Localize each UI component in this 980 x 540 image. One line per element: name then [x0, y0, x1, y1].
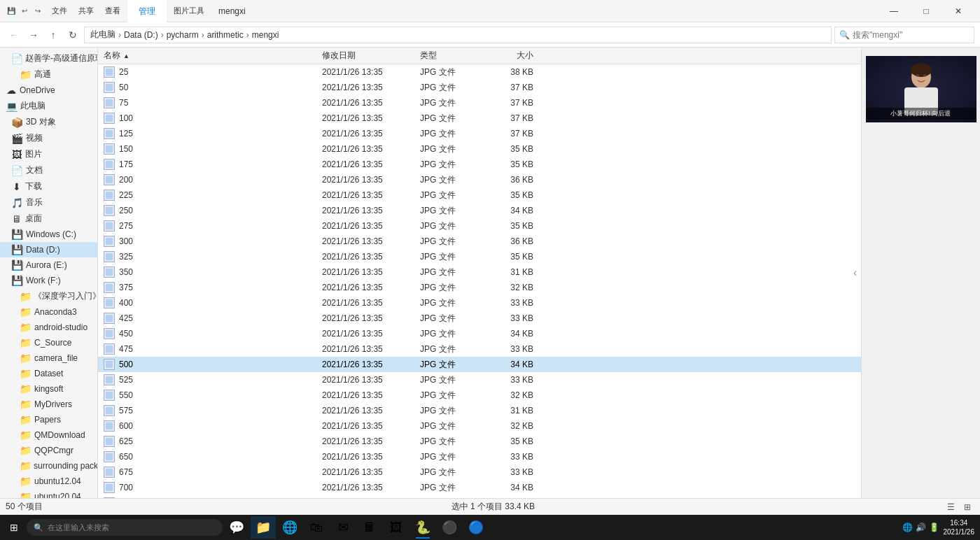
taskbar-app-store[interactable]: 🛍: [304, 516, 329, 539]
table-row[interactable]: 425 2021/1/26 13:35 JPG 文件 33 KB: [98, 311, 861, 326]
view-grid-button[interactable]: ⊞: [960, 500, 974, 514]
tab-share[interactable]: 共享: [74, 4, 98, 17]
sidebar-item-0[interactable]: 📄赵善学-高级通信原理...: [0, 50, 97, 66]
view-list-button[interactable]: ☰: [944, 500, 958, 514]
sidebar-item-25[interactable]: 📁QQPCmgr: [0, 443, 97, 458]
tab-file[interactable]: 文件: [48, 4, 71, 17]
table-row[interactable]: 650 2021/1/26 13:35 JPG 文件 33 KB: [98, 449, 861, 464]
table-row[interactable]: 400 2021/1/26 13:35 JPG 文件 33 KB: [98, 295, 861, 311]
taskbar-app-pycharm[interactable]: 🐍: [410, 516, 435, 539]
taskbar-app-edge[interactable]: 🌐: [277, 516, 302, 539]
table-row[interactable]: 600 2021/1/26 13:35 JPG 文件 32 KB: [98, 418, 861, 434]
tray-volume-icon[interactable]: 🔊: [916, 523, 926, 532]
sidebar-item-26[interactable]: 📁surrounding packag...: [0, 458, 97, 474]
tab-manage[interactable]: 管理: [127, 0, 167, 24]
table-row[interactable]: 675 2021/1/26 13:35 JPG 文件 33 KB: [98, 464, 861, 480]
taskbar-search[interactable]: 🔍 在这里输入来搜索: [27, 519, 223, 536]
table-row[interactable]: 625 2021/1/26 13:35 JPG 文件 35 KB: [98, 434, 861, 449]
sidebar-item-9[interactable]: 🎵音乐: [0, 194, 97, 211]
maximize-button[interactable]: □: [910, 0, 942, 22]
table-row[interactable]: 225 2021/1/26 13:35 JPG 文件 35 KB: [98, 187, 861, 203]
taskbar-app-terminal[interactable]: ⚫: [437, 516, 462, 539]
table-row[interactable]: 525 2021/1/26 13:35 JPG 文件 33 KB: [98, 372, 861, 388]
redo-icon[interactable]: ↪: [32, 6, 43, 17]
sidebar-item-16[interactable]: 📁Anaconda3: [0, 304, 97, 320]
sidebar-item-6[interactable]: 🖼图片: [0, 146, 97, 162]
table-row[interactable]: 200 2021/1/26 13:35 JPG 文件 36 KB: [98, 172, 861, 187]
close-button[interactable]: ✕: [942, 0, 974, 22]
tab-picture-tools[interactable]: 图片工具: [169, 4, 209, 17]
search-box[interactable]: 🔍: [834, 27, 974, 43]
table-row[interactable]: 125 2021/1/26 13:35 JPG 文件 37 KB: [98, 126, 861, 141]
sidebar-item-3[interactable]: 💻此电脑: [0, 98, 97, 114]
sidebar-item-12[interactable]: 💾Data (D:): [0, 242, 97, 257]
table-row[interactable]: 75 2021/1/26 13:35 JPG 文件 37 KB: [98, 95, 861, 111]
path-part-pc[interactable]: 此电脑: [90, 29, 115, 41]
table-row[interactable]: 725 2021/1/26 13:35 JPG 文件 34 KB: [98, 495, 861, 498]
sidebar-item-19[interactable]: 📁camera_file: [0, 350, 97, 366]
sidebar-item-20[interactable]: 📁Dataset: [0, 366, 97, 381]
path-part-arithmetic[interactable]: arithmetic: [207, 30, 244, 40]
col-header-name[interactable]: 名称 ▲: [98, 50, 322, 62]
table-row[interactable]: 500 2021/1/26 13:35 JPG 文件 34 KB: [98, 357, 861, 372]
sidebar-item-27[interactable]: 📁ubuntu12.04: [0, 474, 97, 489]
tray-battery-icon[interactable]: 🔋: [929, 523, 939, 532]
table-row[interactable]: 175 2021/1/26 13:35 JPG 文件 35 KB: [98, 157, 861, 172]
taskbar-app-mail[interactable]: ✉: [330, 516, 356, 539]
col-header-date[interactable]: 修改日期: [322, 50, 420, 62]
col-header-size[interactable]: 大小: [483, 50, 539, 62]
save-icon[interactable]: 💾: [6, 6, 17, 17]
table-row[interactable]: 275 2021/1/26 13:35 JPG 文件 35 KB: [98, 218, 861, 234]
sidebar-item-1[interactable]: 📁高通: [0, 66, 97, 83]
taskbar-app-photos[interactable]: 🖼: [384, 516, 409, 539]
taskbar-app-cortana[interactable]: 💬: [224, 516, 249, 539]
up-button[interactable]: ↑: [45, 27, 62, 43]
sidebar-item-2[interactable]: ☁OneDrive: [0, 83, 97, 98]
tab-view[interactable]: 查看: [101, 4, 125, 17]
taskbar-app-browser[interactable]: 🔵: [463, 516, 489, 539]
taskbar-app-explorer[interactable]: 📁: [251, 516, 276, 539]
collapse-arrow[interactable]: ‹: [853, 267, 857, 279]
sidebar-item-23[interactable]: 📁Papers: [0, 412, 97, 427]
sidebar-item-18[interactable]: 📁C_Source: [0, 335, 97, 350]
table-row[interactable]: 575 2021/1/26 13:35 JPG 文件 31 KB: [98, 403, 861, 418]
sidebar-item-13[interactable]: 💾Aurora (E:): [0, 257, 97, 273]
path-part-mengxi[interactable]: mengxi: [252, 30, 279, 40]
path-part-pycharm[interactable]: pycharm: [167, 30, 199, 40]
system-clock[interactable]: 16:34 2021/1/26: [944, 518, 975, 537]
taskbar-app-calculator[interactable]: 🖩: [357, 516, 382, 539]
table-row[interactable]: 450 2021/1/26 13:35 JPG 文件 34 KB: [98, 326, 861, 341]
path-part-data[interactable]: Data (D:): [124, 30, 158, 40]
sidebar-item-10[interactable]: 🖥桌面: [0, 211, 97, 227]
forward-button[interactable]: →: [25, 27, 42, 43]
refresh-button[interactable]: ↻: [64, 27, 81, 43]
table-row[interactable]: 700 2021/1/26 13:35 JPG 文件 34 KB: [98, 480, 861, 495]
table-row[interactable]: 350 2021/1/26 13:35 JPG 文件 31 KB: [98, 264, 861, 280]
tray-network-icon[interactable]: 🌐: [902, 523, 913, 532]
sidebar-item-7[interactable]: 📄文档: [0, 162, 97, 178]
sidebar-item-14[interactable]: 💾Work (F:): [0, 273, 97, 288]
sidebar-item-11[interactable]: 💾Windows (C:): [0, 227, 97, 242]
table-row[interactable]: 325 2021/1/26 13:35 JPG 文件 35 KB: [98, 249, 861, 264]
table-row[interactable]: 150 2021/1/26 13:35 JPG 文件 35 KB: [98, 141, 861, 157]
sidebar-item-28[interactable]: 📁ubuntu20.04: [0, 489, 97, 498]
search-input[interactable]: [853, 30, 969, 40]
sidebar-item-8[interactable]: ⬇下载: [0, 178, 97, 194]
table-row[interactable]: 25 2021/1/26 13:35 JPG 文件 38 KB: [98, 64, 861, 80]
table-row[interactable]: 475 2021/1/26 13:35 JPG 文件 33 KB: [98, 341, 861, 357]
sidebar-item-5[interactable]: 🎬视频: [0, 130, 97, 146]
table-row[interactable]: 375 2021/1/26 13:35 JPG 文件 32 KB: [98, 280, 861, 295]
sidebar-item-22[interactable]: 📁MyDrivers: [0, 397, 97, 412]
table-row[interactable]: 550 2021/1/26 13:35 JPG 文件 32 KB: [98, 388, 861, 403]
undo-icon[interactable]: ↩: [19, 6, 30, 17]
back-button[interactable]: ←: [6, 27, 22, 43]
table-row[interactable]: 250 2021/1/26 13:35 JPG 文件 34 KB: [98, 203, 861, 218]
col-header-type[interactable]: 类型: [420, 50, 483, 62]
minimize-button[interactable]: —: [878, 0, 910, 22]
start-button[interactable]: ⊞: [3, 522, 25, 533]
sidebar-item-21[interactable]: 📁kingsoft: [0, 381, 97, 397]
address-path[interactable]: 此电脑 › Data (D:) › pycharm › arithmetic ›…: [84, 27, 832, 43]
sidebar-item-15[interactable]: 📁《深度学习入门》: 基...: [0, 288, 97, 304]
sidebar-item-4[interactable]: 📦3D 对象: [0, 114, 97, 130]
sidebar-item-17[interactable]: 📁android-studio: [0, 320, 97, 335]
